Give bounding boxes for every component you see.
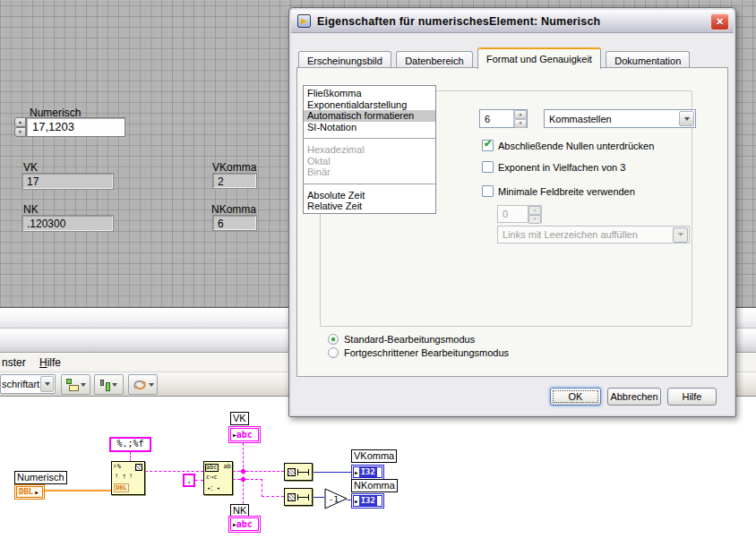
list-item[interactable]: SI-Notation [304,122,435,133]
svg-text:-1: -1 [329,495,339,504]
checkbox-label: Abschließende Nullen unterdrücken [498,141,654,151]
format-type-listbox[interactable]: Fließkomma Exponentialdarstellung Automa… [303,85,436,214]
tab-format-und-genauigkeit[interactable]: Format und Genauigkeit [477,47,601,69]
dbl-terminal[interactable]: DBL▶ [14,484,45,500]
vk-field[interactable]: 17 [21,173,114,190]
distribute-objects-icon [100,380,104,386]
nk-string-terminal[interactable]: ▶abc [228,516,261,533]
radio-selected-icon[interactable] [328,334,339,345]
dialog-titlebar[interactable]: ▶ Eigenschaften für numerischesElement: … [291,10,734,33]
labview-screen: nster Hilfe schriftart N [0,0,756,547]
distribute-dropdown-icon [112,383,117,387]
dropdown-arrow-icon[interactable] [679,111,694,126]
cancel-button[interactable]: Abbrechen [607,388,661,406]
font-selector-dropdown[interactable]: schriftart [0,374,56,394]
spinner-up-icon: ▲ [528,206,541,215]
nkomma-label: NKomma [211,203,256,216]
digits-value: 6 [480,114,513,124]
checkbox-row-min-width[interactable]: Minimale Feldbreite verwenden [482,185,635,197]
spinner-down-icon[interactable]: ▼ [514,119,527,128]
list-separator [304,138,435,139]
tab-datenbereich[interactable]: Datenbereich [396,51,472,69]
reorder-dropdown-icon [149,383,154,387]
font-selector-arrow-icon[interactable] [40,376,54,392]
numeric-control-field[interactable]: 17,1203 [26,117,125,137]
tab-page-format: Fließkomma Exponentialdarstellung Automa… [296,67,728,377]
list-item[interactable]: Exponentialdarstellung [304,99,435,111]
dbl-wire [44,490,112,491]
vkomma-field[interactable]: 2 [212,173,257,189]
reorder-cycle-icon [133,379,147,391]
align-objects-icon [66,379,72,384]
tab-erscheinungsbild[interactable]: Erscheinungsbild [298,51,391,69]
checkbox-unchecked-icon[interactable] [482,185,494,197]
list-item-disabled[interactable]: Oktal [304,156,435,167]
match-pattern-node[interactable]: abc ab c→c ∙⁚ ∙ [203,461,233,495]
tab-dokumentation[interactable]: Dokumentation [606,51,690,69]
font-selector-value: schriftart [1,379,39,389]
separator-constant[interactable]: . [183,474,195,487]
increment-icon[interactable]: ▲ [14,117,26,127]
vkomma-i32-terminal[interactable]: ▶I32 [351,465,384,480]
bd-numeric-label[interactable]: Numerisch [14,471,67,484]
bd-vk-label[interactable]: VK [230,412,249,425]
checkbox-label: Exponent in Vielfachen von 3 [498,162,625,173]
ok-button[interactable]: OK [550,388,601,406]
list-item-disabled[interactable]: Binär [304,167,435,178]
vkomma-label: VKomma [212,161,256,174]
vk-string-terminal[interactable]: ▶abc [228,426,261,443]
menu-item-hilfe[interactable]: Hilfe [39,356,61,369]
list-item[interactable]: Relative Zeit [304,201,435,212]
numeric-increment-decrement[interactable]: ▲ ▼ [14,117,26,137]
radio-advanced-mode[interactable]: Fortgeschrittener Bearbeitungsmodus [328,347,509,358]
list-item-selected[interactable]: Automatisch formatieren [304,110,435,122]
dropdown-arrow-icon [673,227,688,243]
digits-type-dropdown[interactable]: Kommastellen [544,109,696,128]
string-wire-format-to-match [145,471,203,472]
string-length-node-2[interactable] [284,488,313,506]
vk-label: VK [23,161,38,174]
nk-label: NK [23,203,39,216]
menu-item-fenster[interactable]: nster [2,356,26,369]
checkbox-label: Minimale Feldbreite verwenden [498,186,635,197]
list-item[interactable]: Absolute Zeit [304,190,435,201]
help-button[interactable]: Hilfe [667,388,717,406]
after-substring-wire-2 [262,496,284,497]
digits-spinner[interactable]: 6 ▲ ▼ [479,109,528,128]
format-into-string-node[interactable]: ⊦% ! ⁊ ! DBL [111,461,145,495]
decrement-node[interactable]: -1 [324,488,348,512]
spinner-up-icon[interactable]: ▲ [514,110,527,119]
checkbox-unchecked-icon[interactable] [482,161,494,173]
radio-label: Fortgeschrittener Bearbeitungsmodus [344,347,509,358]
list-item-disabled[interactable]: Hexadezimal [304,144,435,156]
decrement-icon[interactable]: ▼ [14,127,26,137]
radio-standard-mode[interactable]: Standard-Bearbeitungsmodus [328,334,475,345]
digits-type-value: Kommastellen [545,114,679,124]
min-width-value: 0 [498,209,528,219]
reorder-button[interactable] [128,374,158,395]
bd-nkomma-label[interactable]: NKomma [351,479,398,492]
length-to-decrement-wire [313,497,324,498]
pad-mode-dropdown-disabled[interactable]: Links mit Leerzeichen auffüllen [497,226,690,244]
min-width-spinner-disabled[interactable]: 0 ▲ ▼ [497,205,542,223]
string-length-node[interactable] [284,463,313,481]
spinner-down-icon: ▼ [528,215,541,224]
nkomma-i32-terminal[interactable]: ▶I32 [351,493,384,509]
dbl-type-tag: DBL [114,483,129,492]
list-separator [304,184,435,184]
labview-app-icon: ▶ [297,14,311,28]
radio-unselected-icon[interactable] [328,347,339,358]
checkbox-row-exponent[interactable]: Exponent in Vielfachen von 3 [482,161,625,173]
radio-label: Standard-Bearbeitungsmodus [344,334,475,345]
align-objects-button[interactable] [61,374,90,395]
distribute-objects-button[interactable] [94,374,124,395]
format-string-constant[interactable]: %.;%f [109,437,151,452]
checkbox-checked-icon[interactable]: ✔ [482,140,494,151]
bd-vkomma-label[interactable]: VKomma [351,449,397,463]
nk-field[interactable]: .120300 [21,215,114,232]
nkomma-field[interactable]: 6 [212,215,257,231]
close-button[interactable]: ✕ [710,13,729,30]
checkbox-row-trailing-zeros[interactable]: ✔ Abschließende Nullen unterdrücken [482,140,654,151]
vkomma-int-wire [313,472,353,473]
list-item[interactable]: Fließkomma [304,88,435,99]
